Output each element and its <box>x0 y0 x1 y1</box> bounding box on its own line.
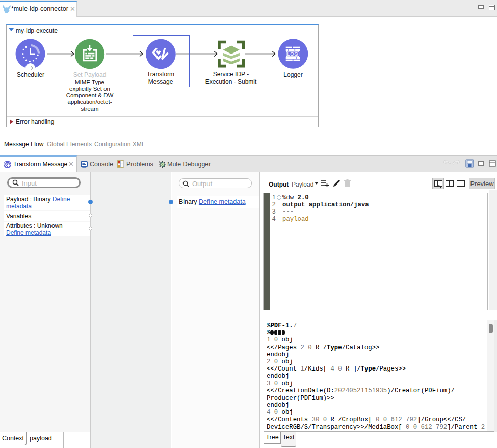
svg-text:LOG: LOG <box>287 51 298 57</box>
